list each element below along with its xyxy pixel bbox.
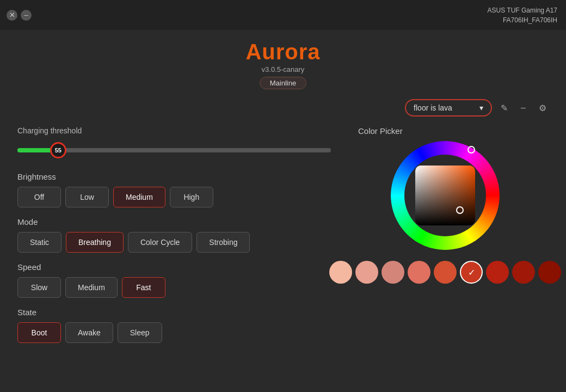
swatch-s3[interactable] — [382, 261, 404, 284]
charging-slider-container: 55 — [17, 140, 331, 160]
charging-label: Charging threshold — [17, 126, 331, 135]
swatch-s4[interactable] — [408, 261, 430, 284]
app-version: v3.0.5-canary — [0, 65, 566, 74]
slider-track[interactable]: 55 — [17, 148, 331, 152]
speed-label: Speed — [17, 262, 331, 272]
profile-name: floor is lava — [414, 103, 452, 112]
swatch-s8[interactable] — [512, 261, 535, 284]
color-picker-label: Color Picker — [342, 126, 403, 136]
speed-group-slow[interactable]: Slow — [17, 277, 61, 298]
mode-group-static[interactable]: Static — [17, 232, 61, 253]
brightness-group-low[interactable]: Low — [65, 187, 109, 207]
brightness-label: Brightness — [17, 172, 331, 181]
charging-section: Charging threshold 55 — [17, 126, 331, 160]
brightness-group: OffLowMediumHigh — [17, 187, 331, 207]
dropdown-icon: ▾ — [479, 103, 483, 112]
device-label: ASUS TUF Gaming A17 FA706IH_FA706IH — [488, 5, 558, 25]
header: Aurora v3.0.5-canary Mainline — [0, 30, 566, 94]
minimize-button[interactable]: – — [21, 10, 32, 21]
brightness-group-medium[interactable]: Medium — [113, 187, 165, 207]
mode-group-strobing[interactable]: Strobing — [196, 232, 250, 253]
brightness-section: Brightness OffLowMediumHigh — [17, 172, 331, 207]
mode-group: StaticBreathingColor CycleStrobing — [17, 232, 331, 253]
settings-button[interactable]: ⚙ — [534, 100, 551, 117]
state-group: BootAwakeSleep — [17, 322, 331, 343]
app-channel: Mainline — [260, 77, 306, 89]
slider-thumb[interactable]: 55 — [50, 142, 66, 158]
speed-group: SlowMediumFast — [17, 277, 331, 298]
brightness-group-off[interactable]: Off — [17, 187, 61, 207]
state-group-awake[interactable]: Awake — [65, 322, 113, 343]
state-section: State BootAwakeSleep — [17, 308, 331, 343]
close-button[interactable]: ✕ — [7, 10, 17, 21]
profile-dropdown[interactable]: floor is lava ▾ — [405, 99, 492, 117]
swatch-s5[interactable] — [434, 261, 457, 284]
swatch-s9[interactable] — [538, 261, 561, 284]
swatch-s2[interactable] — [355, 261, 378, 284]
brightness-group-high[interactable]: High — [170, 187, 213, 207]
color-wheel-container[interactable] — [391, 141, 500, 250]
color-square[interactable] — [415, 166, 475, 225]
speed-group-fast[interactable]: Fast — [122, 277, 165, 298]
left-panel: Charging threshold 55 Brightness OffLowM… — [17, 126, 331, 353]
swatch-s7[interactable] — [486, 261, 509, 284]
right-panel: Color Picker ✓ — [342, 126, 549, 353]
mode-section: Mode StaticBreathingColor CycleStrobing — [17, 217, 331, 253]
swatch-s6[interactable]: ✓ — [460, 261, 483, 284]
main-content: Charging threshold 55 Brightness OffLowM… — [0, 117, 566, 363]
mode-group-color_cycle[interactable]: Color Cycle — [128, 232, 192, 253]
swatch-s1[interactable] — [329, 261, 352, 284]
mode-group-breathing[interactable]: Breathing — [66, 232, 124, 253]
color-swatches: ✓ — [329, 261, 561, 284]
app-title: Aurora — [0, 40, 566, 64]
device-line2: FA706IH_FA706IH — [488, 15, 558, 25]
mode-label: Mode — [17, 217, 331, 226]
device-line1: ASUS TUF Gaming A17 — [488, 5, 558, 15]
speed-section: Speed SlowMediumFast — [17, 262, 331, 298]
speed-group-medium[interactable]: Medium — [65, 277, 118, 298]
edit-profile-button[interactable]: ✎ — [496, 100, 512, 117]
state-group-sleep[interactable]: Sleep — [118, 322, 162, 343]
state-group-boot[interactable]: Boot — [17, 322, 61, 343]
titlebar: ✕ – ASUS TUF Gaming A17 FA706IH_FA706IH — [0, 0, 566, 30]
state-label: State — [17, 308, 331, 317]
remove-profile-button[interactable]: – — [516, 100, 530, 116]
color-square-canvas[interactable] — [415, 166, 475, 225]
profile-bar: floor is lava ▾ ✎ – ⚙ — [0, 94, 566, 117]
